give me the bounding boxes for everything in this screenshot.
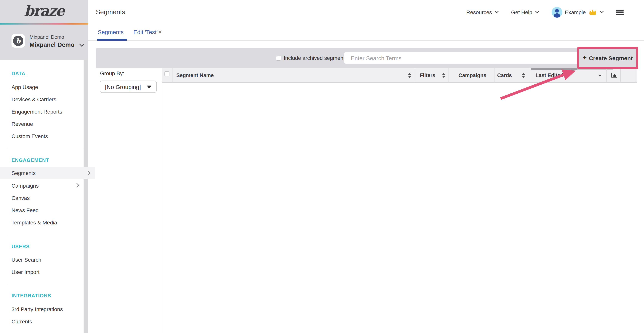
brand-gradient-divider — [0, 24, 88, 25]
section-heading-engagement: ENGAGEMENT — [12, 157, 49, 163]
chevron-down-icon — [79, 44, 84, 47]
tab-segments[interactable]: Segments — [98, 29, 124, 35]
chevron-down-icon — [535, 11, 539, 14]
header-controls: Resources Get Help Example — [466, 0, 624, 24]
select-all-checkbox[interactable] — [164, 71, 170, 76]
top-header: Segments Resources Get Help — [88, 0, 644, 24]
sidebar-item-canvas[interactable]: Canvas — [12, 194, 30, 202]
chevron-down-icon — [495, 11, 499, 14]
column-filters[interactable]: Filters — [420, 73, 435, 78]
select-caret-icon — [147, 86, 152, 89]
sidebar-item-segments[interactable]: Segments — [0, 167, 95, 179]
chevron-right-icon — [88, 171, 91, 175]
section-heading-data: DATA — [12, 71, 25, 77]
sidebar-item-templates-media[interactable]: Templates & Media — [12, 219, 57, 226]
segments-toolbar: Include archived segments + Create Segme… — [96, 48, 637, 68]
column-segment-name[interactable]: Segment Name — [176, 73, 214, 78]
braze-dashboard: braze b Mixpanel Demo Mixpanel Demo DATA… — [0, 0, 644, 333]
sidebar-divider — [6, 235, 84, 235]
sidebar-item-app-usage[interactable]: App Usage — [12, 83, 38, 91]
workspace-app-name: Mixpanel Demo — [30, 34, 64, 40]
plus-icon: + — [583, 54, 587, 62]
page-title: Segments — [96, 9, 125, 16]
sidebar-item-custom-events[interactable]: Custom Events — [12, 132, 48, 140]
sidebar: braze b Mixpanel Demo Mixpanel Demo DATA… — [0, 0, 88, 333]
sidebar-item-devices-carriers[interactable]: Devices & Carriers — [12, 96, 56, 103]
sidebar-item-user-search[interactable]: User Search — [12, 256, 42, 263]
sidebar-item-campaigns[interactable]: Campaigns — [12, 182, 84, 190]
workspace-header: braze b Mixpanel Demo Mixpanel Demo — [0, 0, 88, 60]
sidebar-item-revenue[interactable]: Revenue — [12, 120, 33, 128]
sort-icon[interactable] — [522, 73, 525, 78]
chevron-down-icon — [600, 11, 604, 14]
sidebar-item-news-feed[interactable]: News Feed — [12, 206, 39, 214]
section-heading-users: USERS — [12, 244, 30, 250]
create-segment-button[interactable]: + Create Segment — [580, 54, 635, 62]
sidebar-divider — [6, 284, 84, 284]
crown-icon — [588, 9, 597, 15]
include-archived-checkbox[interactable] — [276, 56, 281, 61]
include-archived-label: Include archived segments — [284, 55, 348, 61]
sidebar-scrollbar[interactable] — [84, 60, 88, 333]
hamburger-menu-icon[interactable] — [616, 10, 624, 15]
braze-logo: braze — [0, 2, 88, 19]
sort-icon[interactable] — [442, 73, 446, 78]
bar-chart-icon[interactable] — [611, 72, 617, 78]
sidebar-item-user-import[interactable]: User Import — [12, 268, 40, 276]
account-menu[interactable]: Example — [552, 7, 604, 18]
last-edited-dropdown-caret-icon[interactable] — [598, 74, 602, 77]
close-tab-icon[interactable]: ✕ — [158, 29, 162, 35]
column-last-edited[interactable]: Last Edited — [536, 73, 564, 78]
get-help-menu[interactable]: Get Help — [511, 9, 539, 15]
braze-b-icon: b — [13, 36, 24, 46]
tab-edit-test[interactable]: Edit 'Test' — [134, 29, 158, 35]
sidebar-divider — [6, 148, 84, 148]
avatar — [552, 7, 562, 18]
group-by-select[interactable]: [No Grouping] — [100, 81, 157, 93]
segments-table-header: Segment Name Filters Campaigns Cards Las… — [162, 68, 637, 83]
sort-icon[interactable] — [408, 73, 411, 78]
sidebar-item-3rd-party-integrations[interactable]: 3rd Party Integrations — [12, 305, 63, 313]
workspace-badge: b — [12, 34, 25, 48]
sidebar-item-engagement-reports[interactable]: Engagement Reports — [12, 108, 62, 116]
resources-menu[interactable]: Resources — [466, 9, 499, 15]
column-campaigns[interactable]: Campaigns — [458, 73, 486, 78]
horizontal-scrollbar-thumb[interactable] — [531, 68, 577, 70]
panel-divider — [162, 68, 162, 333]
tab-bar: Segments Edit 'Test' ✕ — [88, 24, 644, 41]
group-by-label: Group By: — [100, 70, 124, 76]
section-heading-integrations: INTEGRATIONS — [12, 293, 51, 299]
sidebar-item-currents[interactable]: Currents — [12, 318, 32, 325]
active-tab-underline — [97, 39, 127, 41]
column-cards[interactable]: Cards — [497, 73, 512, 78]
chevron-right-icon — [76, 183, 79, 188]
create-segment-highlight-box: + Create Segment — [577, 47, 638, 69]
workspace-selector[interactable]: Mixpanel Demo — [30, 42, 84, 48]
